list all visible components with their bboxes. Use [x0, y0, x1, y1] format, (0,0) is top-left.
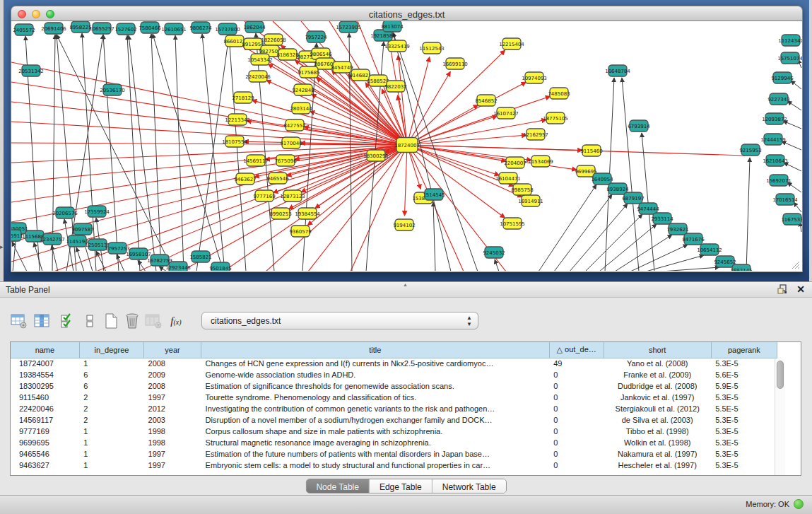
graph-node[interactable]: 6879197 [622, 192, 644, 204]
table-cell[interactable]: 5.3E-5 [711, 426, 777, 437]
table-row[interactable]: 946362711997Embryonic stem cells: a mode… [11, 460, 777, 471]
table-cell[interactable]: 2 [79, 392, 143, 403]
graph-node[interactable]: 7957224 [305, 31, 327, 42]
table-row[interactable]: 969969511998Structural magnetic resonanc… [11, 437, 777, 448]
graph-node[interactable]: 2405572 [13, 24, 35, 35]
graph-node[interactable]: 4170046 [280, 137, 302, 148]
column-header-short[interactable]: short [604, 342, 711, 358]
table-cell[interactable]: 0 [549, 403, 604, 414]
table-cell[interactable]: 5.3E-5 [711, 392, 777, 403]
table-cell[interactable]: 5.5E-5 [711, 403, 777, 414]
table-row[interactable]: 1456911722003Disruption of a novel membe… [11, 414, 777, 426]
table-cell[interactable]: Yano et al. (2008) [604, 358, 711, 369]
graph-node[interactable]: 1527602 [114, 23, 136, 35]
table-cell[interactable]: 2008 [144, 380, 201, 392]
graph-node[interactable]: 10543342 [247, 54, 273, 65]
table-cell[interactable]: 0 [549, 414, 604, 426]
table-cell[interactable]: 5.9E-5 [711, 380, 777, 392]
table-cell[interactable]: Investigating the contribution of common… [201, 403, 550, 414]
graph-node[interactable]: 16914911 [518, 195, 543, 206]
table-cell[interactable]: Tourette syndrome. Phenomenology and cla… [201, 392, 550, 403]
graph-node[interactable]: 3915911 [11, 230, 23, 241]
graph-node[interactable]: 18724007 [394, 138, 420, 153]
graph-node[interactable]: 20536170 [100, 84, 125, 95]
tab-node-table[interactable]: Node Table [306, 479, 369, 493]
table-cell[interactable]: 1997 [144, 460, 201, 471]
graph-node[interactable]: 8813074 [381, 21, 404, 32]
table-cell[interactable]: 2 [79, 414, 143, 426]
graph-node[interactable]: 14569117 [243, 155, 269, 166]
column-header-in_degree[interactable]: in_degree [79, 342, 143, 358]
graph-node[interactable]: 8471676 [682, 233, 705, 245]
graph-node[interactable]: 12923448 [165, 262, 191, 271]
graph-node[interactable]: 9194102 [393, 219, 415, 230]
graph-node[interactable]: 9129946 [771, 72, 794, 83]
graph-node[interactable]: 18775105 [543, 112, 568, 124]
table-cell[interactable]: 1998 [144, 426, 201, 437]
select-column-icon[interactable] [31, 310, 52, 332]
graph-node[interactable]: 7932621 [666, 223, 688, 235]
table-cell[interactable]: 1 [79, 358, 143, 369]
graph-node[interactable]: 9215953 [739, 144, 761, 156]
graph-node[interactable]: 2803144 [290, 103, 312, 114]
table-cell[interactable]: Estimation of the future numbers of pati… [201, 448, 550, 460]
table-cell[interactable]: 18724007 [11, 358, 79, 369]
graph-node[interactable]: 9097587 [71, 223, 93, 235]
column-header-title[interactable]: title [201, 342, 550, 358]
graph-node[interactable]: 2204007 [504, 157, 526, 168]
graph-node[interactable]: 1585821 [189, 251, 211, 262]
table-cell[interactable]: 0 [549, 380, 604, 392]
graph-node[interactable]: 7675096 [274, 155, 297, 166]
graph-node[interactable]: 9806274 [189, 22, 212, 33]
graph-node[interactable]: 12215404 [499, 38, 524, 49]
column-header-name[interactable]: name [11, 342, 79, 358]
graph-node[interactable]: 9242848 [292, 84, 314, 95]
table-cell[interactable]: 1997 [144, 448, 201, 460]
graph-node[interactable]: 16104471 [495, 173, 521, 184]
table-cell[interactable]: 5.6E-5 [711, 369, 777, 380]
graph-node[interactable]: 12610651 [161, 23, 187, 35]
table-cell[interactable]: Corpus callosum shape and size in male p… [201, 426, 550, 437]
graph-node[interactable]: 16107427 [493, 107, 519, 119]
graph-node[interactable]: 1692145 [730, 264, 752, 271]
table-row[interactable]: 1830029562008Estimation of significance … [11, 380, 777, 392]
graph-node[interactable]: 10974093 [522, 72, 547, 83]
graph-node[interactable]: 17359924 [84, 206, 110, 217]
table-cell[interactable]: 5.3E-5 [711, 414, 777, 426]
graph-node[interactable]: 9777169 [253, 190, 275, 201]
table-cell[interactable]: Estimation of significance thresholds fo… [201, 380, 550, 392]
graph-node[interactable]: 10751595 [500, 218, 525, 229]
float-panel-icon[interactable] [777, 284, 788, 295]
graph-node[interactable]: 22420046 [245, 71, 271, 82]
graph-node[interactable]: 8990253 [269, 208, 291, 219]
table-cell[interactable]: 0 [549, 426, 604, 437]
graph-node[interactable]: 1167533 [781, 214, 802, 225]
table-cell[interactable]: Structural magnetic resonance image aver… [201, 437, 550, 448]
table-cell[interactable]: 6 [79, 369, 143, 380]
table-mode-icon[interactable] [8, 310, 30, 332]
table-cell[interactable]: Disruption of a novel member of a sodium… [201, 414, 550, 426]
splitter-handle[interactable]: ▲ [403, 282, 408, 287]
table-cell[interactable]: 18300295 [11, 380, 79, 392]
table-cell[interactable]: 1 [79, 448, 143, 460]
column-header-year[interactable]: year [144, 342, 201, 358]
table-row[interactable]: 946554611997Estimation of the future num… [11, 448, 777, 460]
graph-node[interactable]: 18226058 [261, 34, 286, 45]
table-cell[interactable]: Franke et al. (2009) [604, 369, 711, 380]
graph-node[interactable]: 1514545 [423, 189, 445, 200]
graph-node[interactable]: 9822037 [384, 81, 406, 92]
graph-node[interactable]: 8546852 [475, 95, 497, 106]
graph-node[interactable]: 9227343 [767, 93, 789, 105]
table-cell[interactable]: Tibbo et al. (1998) [604, 426, 711, 437]
table-cell[interactable]: 6 [79, 380, 143, 392]
graph-node[interactable]: 12873123 [280, 190, 305, 201]
graph-node[interactable]: 18300295 [363, 150, 389, 161]
scrollbar-thumb[interactable] [777, 361, 784, 389]
table-cell[interactable]: 9465546 [11, 448, 79, 460]
table-cell[interactable]: 1 [79, 460, 143, 471]
table-cell[interactable]: 1997 [144, 392, 201, 403]
network-canvas[interactable]: 1872400786601238912954182260589827509818… [11, 21, 803, 272]
graph-node[interactable]: 20206576 [52, 207, 78, 218]
table-cell[interactable]: 0 [549, 448, 604, 460]
graph-node[interactable]: 20531342 [18, 65, 44, 76]
